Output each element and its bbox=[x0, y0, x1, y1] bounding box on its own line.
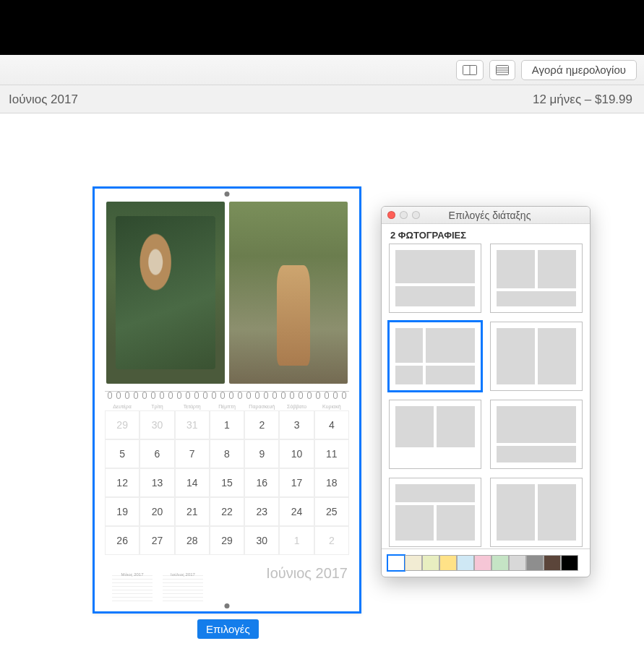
day-header: Σάββατο bbox=[279, 404, 314, 409]
grid-icon bbox=[496, 65, 509, 75]
date-cell[interactable]: 10 bbox=[279, 439, 314, 468]
date-cell[interactable]: 2 bbox=[244, 410, 279, 439]
layout-thumb[interactable] bbox=[490, 478, 583, 547]
buy-calendar-button[interactable]: Αγορά ημερολογίου bbox=[521, 60, 637, 80]
color-swatch[interactable] bbox=[439, 555, 457, 571]
editor-canvas: ΔευτέραΤρίτηΤετάρτηΠέμπτηΠαρασκευήΣάββατ… bbox=[0, 113, 644, 664]
calendar-page[interactable]: ΔευτέραΤρίτηΤετάρτηΠέμπτηΠαρασκευήΣάββατ… bbox=[93, 186, 361, 614]
day-header: Παρασκευή bbox=[244, 404, 279, 409]
layout-thumbnails bbox=[382, 244, 590, 548]
date-cell[interactable]: 9 bbox=[244, 439, 279, 468]
view-spread-button[interactable] bbox=[456, 60, 484, 80]
punch-hole-icon bbox=[225, 603, 230, 608]
date-cell[interactable]: 4 bbox=[314, 410, 349, 439]
close-window-button[interactable] bbox=[387, 211, 395, 219]
options-button[interactable]: Επιλογές bbox=[197, 619, 259, 639]
month-grid-wrap: ΔευτέραΤρίτηΤετάρτηΠέμπτηΠαρασκευήΣάββατ… bbox=[95, 400, 359, 561]
color-swatch[interactable] bbox=[544, 555, 561, 571]
date-cell[interactable]: 24 bbox=[279, 497, 314, 526]
color-swatch[interactable] bbox=[422, 555, 439, 571]
day-header: Δευτέρα bbox=[105, 404, 139, 409]
color-swatch[interactable] bbox=[509, 555, 526, 571]
date-cell[interactable]: 5 bbox=[105, 439, 139, 468]
day-headers: ΔευτέραΤρίτηΤετάρτηΠέμπτηΠαρασκευήΣάββατ… bbox=[105, 404, 349, 409]
day-header: Πέμπτη bbox=[210, 404, 244, 409]
date-cell[interactable]: 1 bbox=[279, 526, 314, 555]
date-cell[interactable]: 8 bbox=[210, 439, 244, 468]
date-cell[interactable]: 17 bbox=[279, 468, 314, 497]
panel-title: Επιλογές διάταξης bbox=[424, 210, 555, 221]
date-cell[interactable]: 7 bbox=[175, 439, 210, 468]
layout-thumb[interactable] bbox=[490, 322, 583, 391]
photo-area bbox=[95, 189, 359, 391]
day-header: Τετάρτη bbox=[175, 404, 210, 409]
mini-cal-prev: Μάιος 2017 bbox=[112, 572, 153, 601]
layout-thumb[interactable] bbox=[389, 400, 481, 469]
mini-calendars: Μάιος 2017 Ιούλιος 2017 bbox=[112, 572, 203, 601]
date-cell[interactable]: 29 bbox=[105, 410, 139, 439]
date-cell[interactable]: 6 bbox=[139, 439, 174, 468]
date-cell[interactable]: 18 bbox=[314, 468, 349, 497]
layout-options-panel: Επιλογές διάταξης 2 ΦΩΤΟΓΡΑΦΙΕΣ bbox=[381, 206, 591, 577]
day-header: Τρίτη bbox=[139, 404, 174, 409]
photo-slot-1[interactable] bbox=[106, 202, 225, 384]
mini-cal-next: Ιούλιος 2017 bbox=[163, 572, 203, 601]
toolbar: Αγορά ημερολογίου bbox=[0, 55, 644, 85]
date-cell[interactable]: 28 bbox=[175, 526, 210, 555]
date-cell[interactable]: 14 bbox=[175, 468, 210, 497]
date-cell[interactable]: 23 bbox=[244, 497, 279, 526]
layout-thumb[interactable] bbox=[389, 478, 481, 547]
layout-thumb[interactable] bbox=[490, 244, 583, 313]
header-bar: Ιούνιος 2017 12 μήνες – $19.99 bbox=[0, 85, 644, 113]
annotation-bar bbox=[0, 0, 644, 55]
date-cell[interactable]: 31 bbox=[175, 410, 210, 439]
date-cell[interactable]: 27 bbox=[139, 526, 174, 555]
window-controls bbox=[387, 211, 420, 219]
date-cell[interactable]: 25 bbox=[314, 497, 349, 526]
zoom-window-button[interactable] bbox=[412, 211, 420, 219]
layout-thumb[interactable] bbox=[490, 400, 583, 469]
date-cell[interactable]: 16 bbox=[244, 468, 279, 497]
date-cell[interactable]: 11 bbox=[314, 439, 349, 468]
date-cell[interactable]: 12 bbox=[105, 468, 139, 497]
date-cell[interactable]: 13 bbox=[139, 468, 174, 497]
color-swatch[interactable] bbox=[387, 555, 405, 571]
color-swatch[interactable] bbox=[561, 555, 578, 571]
color-swatch[interactable] bbox=[491, 555, 509, 571]
color-swatch[interactable] bbox=[457, 555, 474, 571]
date-cell[interactable]: 21 bbox=[175, 497, 210, 526]
date-cell[interactable]: 30 bbox=[244, 526, 279, 555]
date-cell[interactable]: 20 bbox=[139, 497, 174, 526]
photo-slot-2[interactable] bbox=[229, 202, 348, 384]
date-cell[interactable]: 1 bbox=[210, 410, 244, 439]
layout-thumb[interactable] bbox=[389, 244, 481, 313]
punch-hole-icon bbox=[225, 192, 230, 197]
view-grid-button[interactable] bbox=[489, 60, 515, 80]
panel-titlebar: Επιλογές διάταξης bbox=[382, 207, 590, 224]
date-cell[interactable]: 30 bbox=[139, 410, 174, 439]
callout-line bbox=[438, 0, 439, 55]
color-swatch[interactable] bbox=[405, 555, 422, 571]
layout-section-label: 2 ΦΩΤΟΓΡΑΦΙΕΣ bbox=[382, 224, 590, 244]
date-cell[interactable]: 3 bbox=[279, 410, 314, 439]
day-header: Κυριακή bbox=[314, 404, 349, 409]
color-swatch[interactable] bbox=[526, 555, 544, 571]
date-cell[interactable]: 26 bbox=[105, 526, 139, 555]
date-cell[interactable]: 19 bbox=[105, 497, 139, 526]
date-cell[interactable]: 2 bbox=[314, 526, 349, 555]
spread-icon bbox=[463, 65, 477, 75]
color-swatches bbox=[382, 548, 590, 577]
date-cell[interactable]: 22 bbox=[210, 497, 244, 526]
minimize-window-button[interactable] bbox=[400, 211, 408, 219]
month-grid: 2930311234567891011121314151617181920212… bbox=[105, 410, 349, 555]
layout-thumb[interactable] bbox=[389, 322, 481, 391]
date-cell[interactable]: 29 bbox=[210, 526, 244, 555]
price-label: 12 μήνες – $19.99 bbox=[533, 92, 632, 107]
month-title: Ιούνιος 2017 bbox=[9, 92, 78, 107]
spiral-binding bbox=[105, 391, 349, 400]
date-cell[interactable]: 15 bbox=[210, 468, 244, 497]
color-swatch[interactable] bbox=[474, 555, 491, 571]
